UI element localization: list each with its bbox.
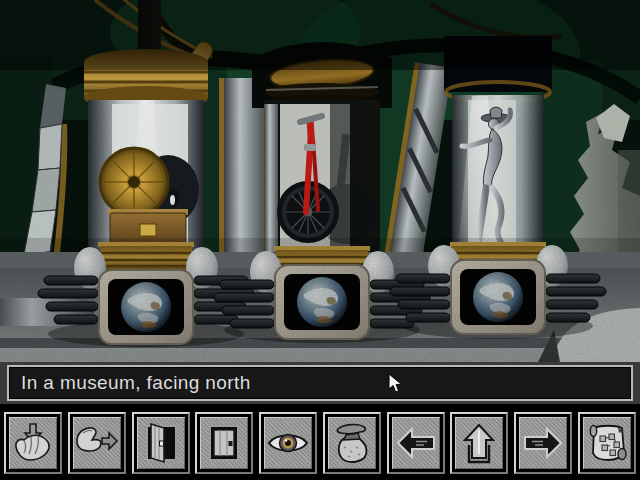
museum-scene	[0, 0, 640, 362]
hand-right-arrow-icon	[75, 421, 119, 465]
move-button[interactable]	[68, 412, 126, 474]
verb-toolbar	[0, 404, 640, 480]
forward-button[interactable]	[450, 412, 508, 474]
eye-icon	[266, 421, 310, 465]
status-bar: In a museum, facing north	[0, 362, 640, 404]
turn-right-button[interactable]	[514, 412, 572, 474]
up-arrow-icon	[457, 421, 501, 465]
turn-left-button[interactable]	[387, 412, 445, 474]
right-arrow-icon	[521, 421, 565, 465]
sack-icon	[330, 421, 374, 465]
inventory-button[interactable]	[323, 412, 381, 474]
status-bar-frame: In a museum, facing north	[7, 365, 633, 401]
look-button[interactable]	[259, 412, 317, 474]
game-screen: In a museum, facing north	[0, 0, 640, 480]
take-button[interactable]	[4, 412, 62, 474]
status-text: In a museum, facing north	[9, 372, 251, 394]
left-arrow-icon	[394, 421, 438, 465]
map-button[interactable]	[578, 412, 636, 474]
hand-down-arrow-icon	[11, 421, 55, 465]
open-door-icon	[139, 421, 183, 465]
map-scroll-icon	[585, 421, 629, 465]
scene-viewport[interactable]	[0, 0, 640, 362]
closed-door-icon	[202, 421, 246, 465]
open-button[interactable]	[132, 412, 190, 474]
close-button[interactable]	[195, 412, 253, 474]
